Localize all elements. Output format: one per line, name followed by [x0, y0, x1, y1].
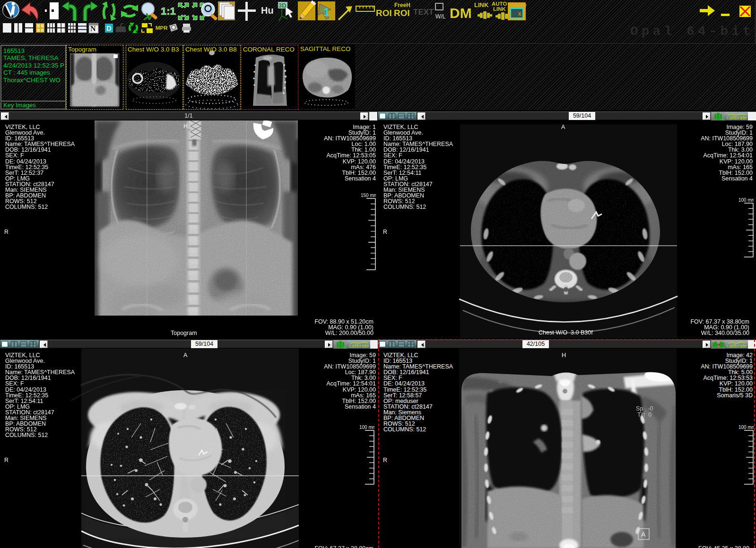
svg-text:D: D	[106, 24, 112, 32]
svg-text:LINK: LINK	[493, 6, 506, 12]
svg-text:100 mm: 100 mm	[359, 425, 374, 430]
svg-text:FreeH: FreeH	[394, 2, 410, 9]
svg-text:100 mm: 100 mm	[739, 197, 754, 203]
svg-text:N: N	[90, 25, 96, 33]
svg-text:3D: 3D	[278, 2, 287, 9]
svg-text:W/L: W/L	[435, 13, 446, 20]
svg-text:MPR: MPR	[156, 25, 168, 31]
svg-text:1:1: 1:1	[161, 5, 176, 17]
svg-text:x: x	[518, 10, 521, 17]
svg-text:150 mm: 150 mm	[361, 193, 376, 198]
svg-text:1: 1	[323, 6, 330, 18]
svg-text:LINK: LINK	[474, 1, 489, 9]
svg-text:TEXT: TEXT	[413, 8, 434, 17]
svg-text:Hu: Hu	[261, 5, 274, 16]
svg-text:Overlay: Overlay	[509, 2, 527, 8]
svg-text:DM: DM	[450, 5, 472, 21]
svg-text:ROI: ROI	[376, 8, 392, 18]
svg-text:ROI: ROI	[394, 8, 410, 18]
